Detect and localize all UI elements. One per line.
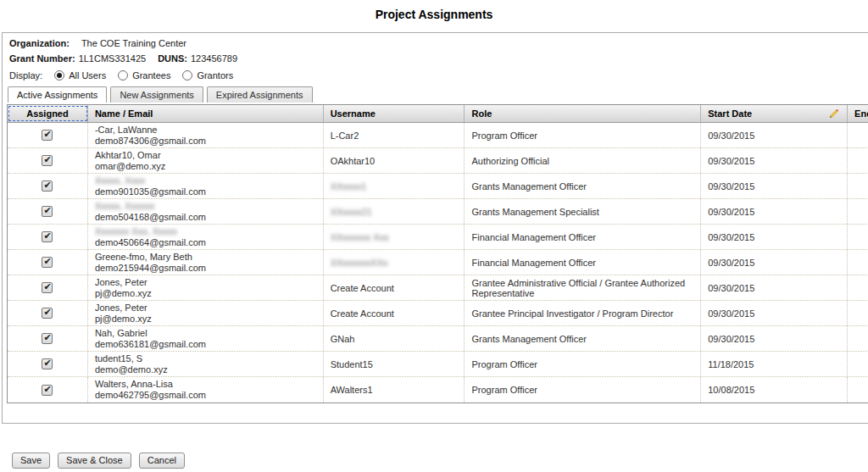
end-date-cell xyxy=(848,174,868,198)
organization-line: Organization:The COE Training Center xyxy=(9,38,186,48)
user-name: Xxxxxxx Xxx, Xxxxx xyxy=(95,226,177,237)
user-email: demo462795@gsmail.com xyxy=(95,390,206,401)
table-body: -Car, LaWanne demo874306@gsmail.com L-Ca… xyxy=(8,123,868,403)
user-email: omar@demo.xyz xyxy=(95,161,165,172)
assigned-checkbox[interactable] xyxy=(42,308,53,319)
username: XXxxxxxxXXx xyxy=(331,258,388,268)
assigned-checkbox[interactable] xyxy=(42,155,53,166)
table-row: Xxxxx, Xxxx demo901035@gsmail.com XXxxxx… xyxy=(8,174,868,199)
assigned-cell xyxy=(8,275,88,300)
username-cell: Create Account xyxy=(324,275,465,300)
table-row: Xxxxxxx Xxx, Xxxxx demo450664@gsmail.com… xyxy=(8,225,868,250)
radio-circle[interactable] xyxy=(182,70,192,81)
project-assignments-screen: Project Assignments Organization:The COE… xyxy=(0,0,868,472)
role-cell: Financial Management Officer xyxy=(465,250,701,275)
end-date-cell xyxy=(848,148,868,173)
grant-number-label: Grant Number: xyxy=(9,53,75,64)
save-and-close-button[interactable]: Save & Close xyxy=(58,453,131,469)
name-email-cell: Jones, Peter pj@demo.xyz xyxy=(88,275,324,300)
start-date-cell: 09/30/2015 xyxy=(701,123,848,147)
radio-circle[interactable] xyxy=(118,70,128,81)
display-label: Display: xyxy=(9,70,42,81)
assigned-checkbox[interactable] xyxy=(42,180,53,192)
username-cell: Create Account xyxy=(324,301,465,325)
user-email: demo504168@gsmail.com xyxy=(95,212,206,223)
assigned-checkbox[interactable] xyxy=(42,282,53,293)
user-name: Walters, Anna-Lisa xyxy=(95,379,173,390)
create-account-link[interactable]: Create Account xyxy=(331,283,394,293)
radio-circle[interactable] xyxy=(54,70,64,81)
assigned-cell xyxy=(8,250,88,275)
start-date-cell: 11/18/2015 xyxy=(701,352,848,376)
tab-expired-assignments[interactable]: Expired Assignments xyxy=(207,86,313,103)
pencil-edit-icon[interactable] xyxy=(828,108,840,119)
radio-option-grantees[interactable]: Grantees xyxy=(118,70,170,81)
assigned-checkbox[interactable] xyxy=(42,257,53,268)
user-name: Xxxxx, Xxxx xyxy=(95,175,145,186)
assigned-checkbox[interactable] xyxy=(42,358,53,369)
assigned-checkbox[interactable] xyxy=(42,385,53,396)
end-date-cell xyxy=(848,377,868,403)
radio-option-all-users[interactable]: All Users xyxy=(54,70,106,81)
username-cell: XXxxxx1 xyxy=(324,174,465,198)
username-cell: XXxxxxxxXXx xyxy=(324,250,465,275)
role-cell: Authorizing Official xyxy=(465,148,701,173)
username-cell: AWalters1 xyxy=(324,377,465,403)
assigned-cell xyxy=(8,199,88,224)
end-date-cell xyxy=(848,199,868,224)
user-email: demo901035@gsmail.com xyxy=(95,186,206,197)
table-row: Walters, Anna-Lisa demo462795@gsmail.com… xyxy=(8,377,868,403)
save-button[interactable]: Save xyxy=(12,453,50,469)
role-cell: Program Officer xyxy=(465,123,701,147)
organization-value: The COE Training Center xyxy=(81,38,186,48)
end-date-cell xyxy=(848,301,868,325)
user-email: pj@demo.xyz xyxy=(95,314,152,325)
username: XXxxxx1 xyxy=(331,181,367,192)
radio-option-grantors[interactable]: Grantors xyxy=(182,70,233,81)
assigned-checkbox[interactable] xyxy=(42,333,53,344)
assigned-cell xyxy=(8,301,88,325)
username: L-Car2 xyxy=(331,130,359,141)
user-name: tudent15, S xyxy=(95,353,142,364)
username-cell: XXxxxx21 xyxy=(324,199,465,224)
user-name-link[interactable]: Jones, Peter xyxy=(95,303,147,314)
assigned-checkbox[interactable] xyxy=(42,130,53,141)
start-date-cell: 09/30/2015 xyxy=(701,174,848,198)
role-cell: Grants Management Specialist xyxy=(465,199,701,224)
radio-label: Grantees xyxy=(132,70,170,81)
table-row: Xxxxx, Xxxxxx demo504168@gsmail.com XXxx… xyxy=(8,199,868,225)
user-email: demo636181@gsmail.com xyxy=(95,339,206,350)
end-date-cell xyxy=(848,250,868,275)
user-name: Greene-fmo, Mary Beth xyxy=(95,252,192,263)
table-row: Jones, Peter pj@demo.xyz Create Account … xyxy=(8,275,868,301)
create-account-link[interactable]: Create Account xyxy=(331,308,394,319)
organization-label: Organization: xyxy=(9,38,70,48)
cancel-button[interactable]: Cancel xyxy=(139,453,185,469)
username-cell: L-Car2 xyxy=(324,123,465,147)
name-email-cell: -Car, LaWanne demo874306@gsmail.com xyxy=(88,123,324,147)
table-header-row: Assigned Name / Email Username Role Star… xyxy=(8,105,868,123)
role-cell: Grantee Administrative Official / Grante… xyxy=(465,275,701,300)
column-header-role: Role xyxy=(465,105,701,122)
column-header-end-date: End xyxy=(848,105,868,122)
name-email-cell: Xxxxxxx Xxx, Xxxxx demo450664@gsmail.com xyxy=(88,225,324,249)
radio-label: All Users xyxy=(69,70,106,81)
start-date-cell: 09/30/2015 xyxy=(701,199,848,224)
user-name-link[interactable]: Jones, Peter xyxy=(95,277,147,288)
tab-active-assignments[interactable]: Active Assignments xyxy=(8,86,107,103)
assigned-checkbox[interactable] xyxy=(42,206,53,217)
tab-strip: Active AssignmentsNew AssignmentsExpired… xyxy=(8,86,316,103)
assigned-cell xyxy=(8,225,88,249)
name-email-cell: Jones, Peter pj@demo.xyz xyxy=(88,301,324,325)
tab-new-assignments[interactable]: New Assignments xyxy=(110,86,203,103)
role-cell: Grants Management Officer xyxy=(465,326,701,351)
assigned-cell xyxy=(8,174,88,198)
table-row: Greene-fmo, Mary Beth demo215944@gsmail.… xyxy=(8,250,868,275)
grant-line: Grant Number:1L1CMS331425DUNS:123456789 xyxy=(9,53,237,64)
assigned-checkbox[interactable] xyxy=(42,231,53,242)
assigned-cell xyxy=(8,326,88,351)
username-cell: Student15 xyxy=(324,352,465,376)
name-email-cell: Xxxxx, Xxxxxx demo504168@gsmail.com xyxy=(88,199,324,224)
assigned-cell xyxy=(8,352,88,376)
assigned-cell xyxy=(8,148,88,173)
